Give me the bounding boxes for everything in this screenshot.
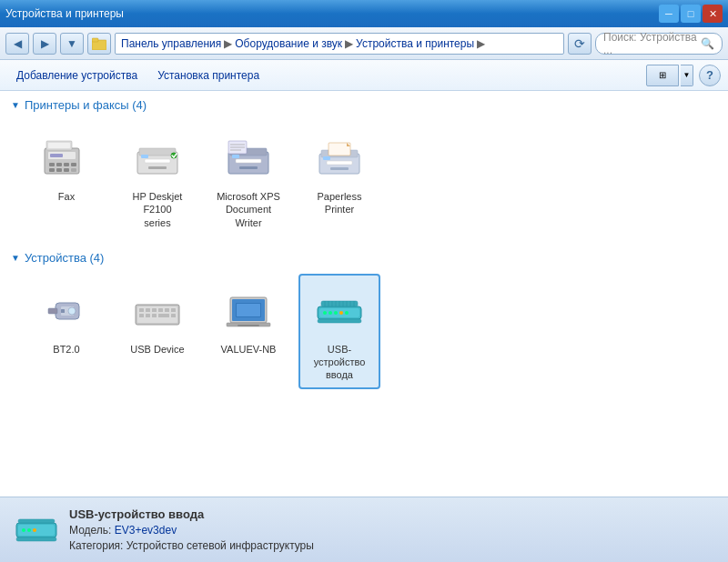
- back-button[interactable]: ◀: [5, 33, 29, 55]
- device-usb[interactable]: USB Device: [116, 274, 198, 389]
- svg-point-63: [329, 311, 332, 315]
- svg-point-80: [22, 528, 25, 532]
- add-printer-button[interactable]: Установка принтера: [148, 64, 268, 87]
- fax-label: Fax: [58, 190, 75, 203]
- device-xps[interactable]: Microsoft XPSDocument Writer: [207, 121, 289, 236]
- view-icon-button[interactable]: ⊞: [646, 65, 679, 86]
- window-controls: ─ □ ✕: [659, 5, 723, 23]
- forward-button[interactable]: ▶: [33, 33, 56, 55]
- devices-section-title: Устройства (4): [25, 251, 105, 265]
- valuev-icon: [219, 281, 278, 339]
- svg-rect-48: [171, 308, 176, 312]
- device-usbinput[interactable]: USB-устройствоввода: [298, 274, 380, 389]
- bt20-label: BT2.0: [53, 343, 79, 356]
- breadcrumb-devices[interactable]: Устройства и принтеры: [356, 37, 474, 50]
- hp-label: HP Deskjet F2100series: [124, 190, 191, 229]
- search-placeholder: Поиск: Устройства ...: [603, 31, 697, 56]
- svg-point-82: [33, 528, 36, 532]
- paperless-icon: [310, 128, 369, 186]
- svg-rect-4: [50, 154, 63, 157]
- svg-rect-43: [139, 308, 144, 312]
- fax-icon: [37, 128, 96, 186]
- svg-point-39: [68, 307, 76, 315]
- help-button[interactable]: ?: [699, 65, 721, 86]
- svg-point-65: [339, 311, 343, 315]
- xps-icon: [219, 128, 278, 186]
- svg-rect-37: [48, 308, 57, 314]
- add-device-button[interactable]: Добавление устройства: [7, 64, 147, 87]
- svg-rect-6: [48, 143, 70, 148]
- svg-rect-47: [165, 308, 169, 312]
- svg-rect-8: [56, 163, 62, 166]
- svg-rect-49: [139, 314, 144, 317]
- svg-rect-24: [239, 166, 258, 169]
- svg-rect-44: [146, 308, 150, 312]
- svg-rect-57: [237, 304, 260, 316]
- svg-point-62: [323, 311, 327, 315]
- devices-grid: BT2.0: [11, 274, 717, 389]
- view-dropdown-button[interactable]: ▼: [681, 65, 693, 86]
- svg-point-66: [345, 311, 349, 315]
- device-bt20[interactable]: BT2.0: [25, 274, 107, 389]
- svg-rect-83: [18, 519, 55, 523]
- svg-rect-1: [92, 38, 98, 42]
- svg-rect-45: [152, 308, 157, 312]
- svg-rect-51: [152, 314, 157, 317]
- breadcrumb-bar: Панель управления ▶ Оборудование и звук …: [115, 33, 564, 55]
- breadcrumb-panel[interactable]: Панель управления: [121, 37, 221, 50]
- printers-grid: Fax HP Deskjet F2100series: [11, 121, 717, 236]
- bt20-icon: [37, 281, 96, 339]
- hp-icon: [128, 128, 187, 186]
- svg-rect-9: [64, 163, 69, 166]
- device-valuev[interactable]: VALUEV-NB: [207, 274, 289, 389]
- toolbar: Добавление устройства Установка принтера…: [0, 60, 728, 91]
- breadcrumb-hardware[interactable]: Оборудование и звук: [235, 37, 342, 50]
- xps-label: Microsoft XPSDocument Writer: [215, 190, 282, 229]
- svg-rect-23: [236, 159, 261, 163]
- model-value[interactable]: EV3+ev3dev: [115, 524, 177, 537]
- category-label: Категория:: [69, 539, 123, 552]
- maximize-button[interactable]: □: [681, 5, 701, 23]
- statusbar-device-name: USB-устройство ввода: [69, 507, 314, 521]
- close-button[interactable]: ✕: [703, 5, 723, 23]
- search-box[interactable]: Поиск: Устройства ... 🔍: [595, 33, 723, 55]
- device-paperless[interactable]: Paperless Printer: [298, 121, 380, 236]
- recent-pages-button[interactable]: ▼: [60, 33, 84, 55]
- svg-rect-11: [49, 168, 55, 172]
- paperless-label: Paperless Printer: [306, 190, 373, 216]
- svg-rect-13: [64, 168, 69, 172]
- svg-rect-7: [49, 163, 55, 166]
- svg-rect-16: [139, 148, 176, 156]
- devices-section-header[interactable]: ▼ Устройства (4): [11, 251, 717, 265]
- printers-section-header[interactable]: ▼ Принтеры и факсы (4): [11, 98, 717, 112]
- usbinput-icon: [310, 281, 369, 339]
- svg-rect-25: [232, 155, 239, 158]
- svg-rect-12: [56, 168, 62, 172]
- address-bar: ◀ ▶ ▼ Панель управления ▶ Оборудование и…: [0, 27, 728, 60]
- statusbar-model: Модель: EV3+ev3dev: [69, 524, 314, 537]
- svg-rect-14: [71, 168, 76, 172]
- refresh-button[interactable]: ⟳: [568, 33, 592, 55]
- svg-point-81: [27, 528, 31, 532]
- titlebar: Устройства и принтеры ─ □ ✕: [0, 0, 728, 27]
- main-content: ▼ Принтеры и факсы (4): [0, 91, 728, 497]
- svg-rect-17: [145, 159, 170, 163]
- folder-icon: [87, 33, 111, 55]
- device-fax[interactable]: Fax: [25, 121, 107, 236]
- devices-arrow: ▼: [11, 253, 20, 263]
- usb-label: USB Device: [130, 343, 184, 356]
- svg-rect-34: [323, 156, 330, 160]
- statusbar-icon: [15, 508, 58, 552]
- svg-rect-52: [158, 314, 169, 317]
- svg-rect-77: [318, 319, 361, 323]
- svg-rect-10: [71, 163, 76, 166]
- svg-rect-19: [141, 155, 148, 158]
- svg-rect-32: [327, 161, 352, 165]
- usb-icon: [128, 281, 187, 339]
- svg-rect-53: [171, 314, 176, 317]
- minimize-button[interactable]: ─: [659, 5, 679, 23]
- svg-rect-59: [238, 325, 259, 326]
- device-hp[interactable]: HP Deskjet F2100series: [116, 121, 198, 236]
- svg-rect-18: [148, 166, 167, 169]
- printers-section-title: Принтеры и факсы (4): [25, 98, 147, 112]
